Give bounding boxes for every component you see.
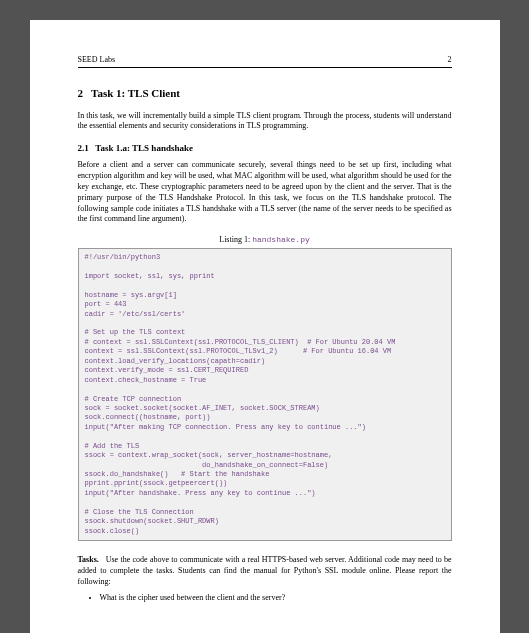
bullet-list: What is the cipher used between the clie… [78, 593, 452, 604]
section-heading: 2 Task 1: TLS Client [78, 86, 452, 101]
code-block: #!/usr/bin/python3 import socket, ssl, s… [78, 248, 452, 541]
subsection-heading: 2.1 Task 1.a: TLS handshake [78, 142, 452, 154]
listing-label: Listing 1: [219, 235, 250, 244]
section-title: Task 1: TLS Client [91, 87, 180, 99]
subsection-number: 2.1 [78, 143, 89, 153]
subsection-title: Task 1.a: TLS handshake [95, 143, 193, 153]
page-header: SEED Labs 2 [78, 55, 452, 68]
listing-caption: Listing 1: handshake.py [78, 235, 452, 246]
handshake-paragraph: Before a client and a server can communi… [78, 160, 452, 225]
list-item: What is the cipher used between the clie… [100, 593, 452, 604]
section-number: 2 [78, 87, 84, 99]
page-content: SEED Labs 2 2 Task 1: TLS Client In this… [30, 20, 500, 633]
header-title: SEED Labs [78, 55, 116, 66]
tasks-label: Tasks. [78, 555, 99, 564]
listing-filename: handshake.py [252, 235, 310, 244]
tasks-paragraph: Tasks. Use the code above to communicate… [78, 555, 452, 587]
page-number: 2 [448, 55, 452, 66]
intro-paragraph: In this task, we will incrementally buil… [78, 111, 452, 133]
tasks-text: Use the code above to communicate with a… [78, 555, 452, 586]
